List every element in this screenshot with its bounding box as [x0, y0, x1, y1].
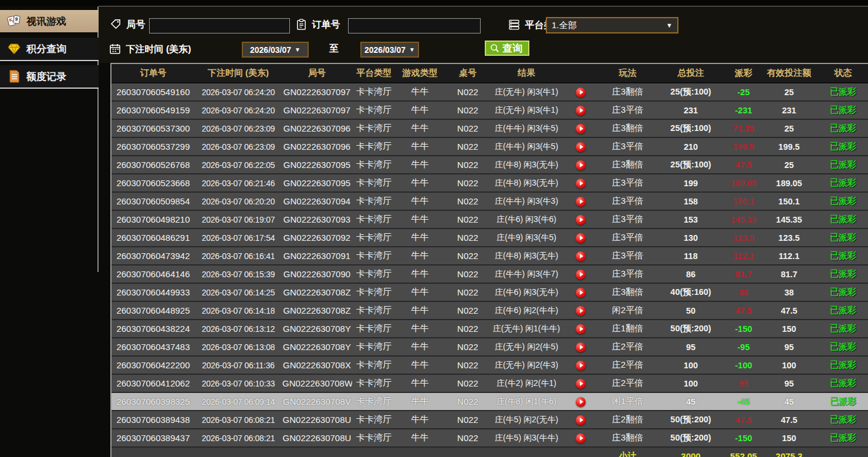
- summary-empty-cell: [491, 448, 562, 457]
- cell-status: 已派彩: [817, 393, 868, 411]
- table-row[interactable]: 2603070603894382026-03-07 06:08:21GN0222…: [112, 411, 868, 429]
- table-row[interactable]: 2603070605098542026-03-07 06:20:20GN0222…: [112, 193, 868, 211]
- clipboard-icon: [296, 19, 307, 30]
- cell-result: 庄(牛牛) 闲3(牛5): [491, 138, 562, 156]
- cell-round: GN02226307096: [282, 120, 352, 138]
- cell-method: 庄3翻倍: [600, 83, 656, 102]
- cell-round: GN02226307097: [282, 83, 352, 102]
- cell-bet: 25(预:100): [656, 156, 726, 174]
- table-row[interactable]: 2603070604862912026-03-07 06:17:54GN0222…: [112, 229, 868, 247]
- sidebar-item-quota-records[interactable]: 额度记录: [0, 65, 99, 88]
- table-row[interactable]: 2603070604499332026-03-07 06:14:25GN0222…: [112, 284, 868, 302]
- table-row[interactable]: 2603070604739422026-03-07 06:16:41GN0222…: [112, 247, 868, 266]
- replay-button[interactable]: [576, 342, 586, 352]
- date-from-picker[interactable]: 2026/03/07 ▼: [242, 42, 309, 58]
- cell-platform: 卡卡湾厅: [352, 120, 396, 138]
- replay-button[interactable]: [576, 251, 586, 261]
- table-row[interactable]: 2603070603983252026-03-07 06:09:14GN0222…: [112, 393, 868, 411]
- summary-total-bet: 3000: [656, 448, 726, 457]
- replay-button[interactable]: [576, 270, 586, 280]
- cell-payout: 47.5: [726, 156, 761, 174]
- cell-platform: 卡卡湾厅: [352, 320, 396, 338]
- cell-order: 260307060549160: [112, 83, 195, 102]
- cell-status: 已派彩: [817, 156, 868, 174]
- table-row[interactable]: 2603070605491602026-03-07 06:24:20GN0222…: [112, 83, 868, 102]
- table-row[interactable]: 2603070605236682026-03-07 06:21:46GN0222…: [112, 174, 868, 193]
- table-row[interactable]: 2603070604222002026-03-07 06:11:36GN0222…: [112, 357, 868, 375]
- replay-button[interactable]: [576, 415, 586, 425]
- cell-order: 260307060389438: [112, 411, 195, 429]
- cell-platform: 卡卡湾厅: [352, 229, 396, 247]
- cell-game: 牛牛: [396, 375, 444, 393]
- cell-valid: 199.5: [761, 138, 817, 156]
- order-no-label: 订单号: [312, 19, 340, 29]
- cell-order: 260307060437483: [112, 338, 195, 357]
- table-row[interactable]: 2603070604489252026-03-07 06:14:18GN0222…: [112, 302, 868, 320]
- replay-button[interactable]: [576, 124, 586, 134]
- cell-bet: 199: [656, 174, 726, 193]
- replay-button[interactable]: [576, 179, 586, 189]
- round-no-input[interactable]: [149, 18, 290, 33]
- cell-game: 牛牛: [396, 411, 444, 429]
- cell-round: GN0222630708U: [282, 411, 352, 429]
- replay-button[interactable]: [576, 434, 586, 443]
- replay-button[interactable]: [576, 215, 586, 225]
- replay-button[interactable]: [576, 397, 586, 407]
- cell-time: 2026-03-07 06:21:46: [195, 174, 282, 193]
- replay-button[interactable]: [576, 88, 586, 98]
- cell-platform: 卡卡湾厅: [352, 156, 396, 174]
- cell-order: 260307060398325: [112, 393, 195, 411]
- column-header-round: 局号: [282, 64, 352, 83]
- cell-order: 260307060486291: [112, 229, 195, 247]
- cell-status: 已派彩: [817, 429, 868, 448]
- cell-time: 2026-03-07 06:13:12: [195, 320, 282, 338]
- cell-play: [562, 83, 600, 102]
- order-no-input[interactable]: [348, 18, 481, 33]
- chevron-down-icon: ▼: [666, 22, 673, 29]
- replay-button[interactable]: [576, 361, 586, 371]
- replay-button[interactable]: [576, 324, 586, 334]
- replay-button[interactable]: [576, 306, 586, 316]
- cell-game: 牛牛: [396, 102, 444, 120]
- search-button[interactable]: 查询: [485, 41, 529, 56]
- cell-valid: 25: [761, 83, 817, 102]
- cell-valid: 25: [761, 156, 817, 174]
- table-row[interactable]: 2603070604641462026-03-07 06:15:39GN0222…: [112, 266, 868, 284]
- cell-result: 庄(牛8) 闲3(无牛): [491, 174, 562, 193]
- table-row[interactable]: 2603070604382242026-03-07 06:13:12GN0222…: [112, 320, 868, 338]
- cell-bet: 231: [656, 102, 726, 120]
- table-row[interactable]: 2603070604374832026-03-07 06:13:08GN0222…: [112, 338, 868, 357]
- table-row[interactable]: 2603070605267682026-03-07 06:22:05GN0222…: [112, 156, 868, 174]
- platform-select[interactable]: 1.全部 ▼: [546, 17, 678, 33]
- cell-game: 牛牛: [396, 229, 444, 247]
- cell-payout: 38: [726, 284, 761, 302]
- cell-method: 闲2平倍: [600, 302, 656, 320]
- column-header-method: 玩法: [600, 64, 656, 83]
- table-row[interactable]: 2603070604982102026-03-07 06:19:07GN0222…: [112, 211, 868, 229]
- replay-button[interactable]: [576, 160, 586, 170]
- sidebar-item-points-query[interactable]: 积分查询: [0, 38, 99, 60]
- cell-round: GN0222630708Z: [282, 284, 352, 302]
- table-row[interactable]: 2603070604120622026-03-07 06:10:33GN0222…: [112, 375, 868, 393]
- cell-bet: 118: [656, 247, 726, 266]
- sidebar-item-video-games[interactable]: K 9 视讯游戏: [0, 10, 99, 32]
- cell-result: 庄(牛牛) 闲3(牛7): [491, 266, 562, 284]
- cell-method: 庄3平倍: [600, 229, 656, 247]
- table-row[interactable]: 2603070605372992026-03-07 06:23:09GN0222…: [112, 138, 868, 156]
- replay-button[interactable]: [576, 197, 586, 207]
- replay-button[interactable]: [576, 233, 586, 243]
- cell-valid: 150: [761, 429, 817, 448]
- cell-method: 庄2翻倍: [600, 411, 656, 429]
- cell-time: 2026-03-07 06:19:07: [195, 211, 282, 229]
- cell-game: 牛牛: [396, 193, 444, 211]
- replay-button[interactable]: [576, 142, 586, 152]
- cell-order: 260307060526768: [112, 156, 195, 174]
- cell-time: 2026-03-07 06:20:20: [195, 193, 282, 211]
- date-to-picker[interactable]: 2026/03/07 ▼: [360, 42, 419, 58]
- replay-button[interactable]: [576, 288, 586, 298]
- table-row[interactable]: 2603070605373002026-03-07 06:23:09GN0222…: [112, 120, 868, 138]
- table-row[interactable]: 2603070605491592026-03-07 06:24:20GN0222…: [112, 102, 868, 120]
- replay-button[interactable]: [576, 379, 586, 389]
- table-row[interactable]: 2603070603894372026-03-07 06:08:21GN0222…: [112, 429, 868, 448]
- replay-button[interactable]: [576, 106, 586, 116]
